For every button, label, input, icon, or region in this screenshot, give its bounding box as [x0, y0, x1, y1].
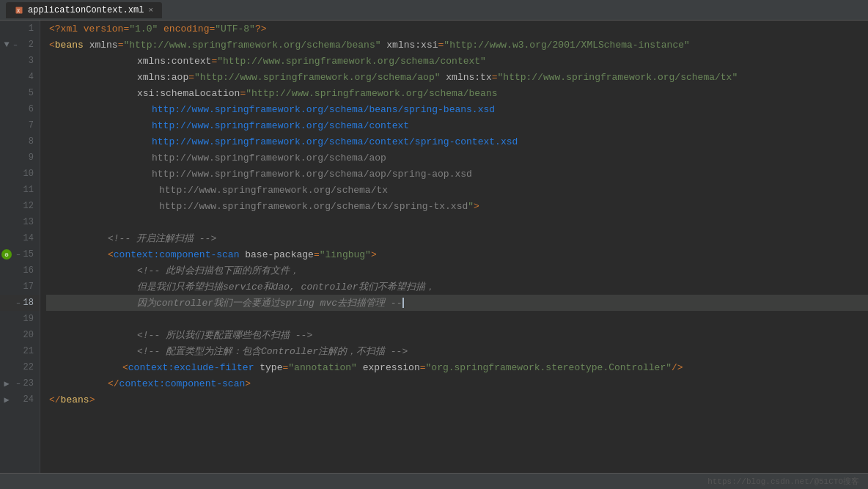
code-line-10: http://www.springframework.org/schema/ao…	[46, 166, 868, 182]
line-8: 8	[0, 133, 40, 150]
line-13: 13	[0, 214, 40, 230]
watermark-text: https://blog.csdn.net/@51CTO搜客	[707, 476, 859, 487]
line-6: 6	[0, 101, 40, 117]
line-14: 14	[0, 230, 40, 246]
line-10: 10	[0, 166, 40, 182]
line-gutter: 1 ▼ – 2 3 4 5 6 7 8	[0, 21, 40, 473]
line-24: ▶ 24	[0, 391, 40, 408]
code-line-24: </beans>	[46, 391, 868, 408]
code-line-14: <!-- 开启注解扫描 -->	[46, 230, 868, 246]
code-line-22: <context:exclude-filter type="annotation…	[46, 359, 868, 375]
tab-filename: applicationContext.xml	[28, 5, 144, 15]
line-5: 5	[0, 85, 40, 101]
fold-dash-2: –	[13, 41, 18, 49]
fold-dash-23: –	[13, 378, 23, 389]
code-line-18: 因为controller我们一会要通过spring mvc去扫描管理 --	[46, 295, 868, 311]
code-line-13	[46, 214, 868, 230]
fold-dash-18: –	[13, 298, 23, 308]
code-line-4: xmlns:aop="http://www.springframework.or…	[46, 69, 868, 85]
code-line-7: http://www.springframework.org/schema/co…	[46, 117, 868, 133]
code-line-1: <?xml version="1.0" encoding="UTF-8"?>	[46, 21, 868, 37]
fold-icon-24[interactable]: ▶	[1, 394, 12, 405]
line-7: 7	[0, 117, 40, 133]
gear-badge-15: ⚙	[1, 249, 12, 260]
line-3: 3	[0, 53, 40, 69]
line-9: 9	[0, 150, 40, 166]
fold-icon-2[interactable]: ▼	[1, 40, 12, 50]
line-19: 19	[0, 311, 40, 327]
editor-body: 1 ▼ – 2 3 4 5 6 7 8	[0, 21, 868, 473]
fold-dash-15: –	[13, 249, 23, 260]
active-tab[interactable]: X applicationContext.xml ×	[6, 2, 162, 18]
cursor	[402, 298, 404, 308]
line-2: ▼ – 2	[0, 37, 40, 53]
svg-text:X: X	[17, 8, 20, 14]
gear-icon-15: ⚙	[1, 249, 12, 260]
line-11: 11	[0, 182, 40, 198]
code-line-23: </context:component-scan>	[46, 375, 868, 391]
code-line-5: xsi:schemaLocation="http://www.springfra…	[46, 85, 868, 101]
code-line-6: http://www.springframework.org/schema/be…	[46, 101, 868, 117]
fold-icon-23[interactable]: ▶	[1, 378, 12, 389]
code-line-3: xmlns:context="http://www.springframewor…	[46, 53, 868, 69]
code-line-11: http://www.springframework.org/schema/tx	[46, 182, 868, 198]
line-4: 4	[0, 69, 40, 85]
code-line-12: http://www.springframework.org/schema/tx…	[46, 198, 868, 214]
line-18: – 18	[0, 295, 40, 311]
code-line-21: <!-- 配置类型为注解：包含Controller注解的，不扫描 -->	[46, 343, 868, 359]
title-bar: X applicationContext.xml ×	[0, 0, 868, 21]
line-22: 22	[0, 359, 40, 375]
line-23: ▶ – 23	[0, 375, 40, 391]
tab-close-button[interactable]: ×	[148, 6, 153, 15]
code-line-20: <!-- 所以我们要配置哪些包不扫描 -->	[46, 327, 868, 343]
line-1: 1	[0, 21, 40, 37]
line-20: 20	[0, 327, 40, 343]
editor-window: X applicationContext.xml × 1 ▼ – 2 3	[0, 0, 868, 489]
code-line-9: http://www.springframework.org/schema/ao…	[46, 150, 868, 166]
status-bar: https://blog.csdn.net/@51CTO搜客	[0, 473, 868, 489]
code-line-16: <!-- 此时会扫描包下面的所有文件，	[46, 262, 868, 279]
code-line-19	[46, 311, 868, 327]
line-12: 12	[0, 198, 40, 214]
line-15: ⚙ – 15	[0, 246, 40, 262]
code-area[interactable]: <?xml version="1.0" encoding="UTF-8"?> <…	[40, 21, 868, 473]
code-line-8: http://www.springframework.org/schema/co…	[46, 133, 868, 150]
code-line-15: <context:component-scan base-package="li…	[46, 246, 868, 262]
line-numbers: 1 ▼ – 2 3 4 5 6 7 8	[0, 21, 40, 408]
code-content: <?xml version="1.0" encoding="UTF-8"?> <…	[40, 21, 868, 408]
line-21: 21	[0, 343, 40, 359]
code-line-17: 但是我们只希望扫描service和dao, controller我们不希望扫描，	[46, 279, 868, 295]
line-17: 17	[0, 279, 40, 295]
code-line-2: <beans xmlns="http://www.springframework…	[46, 37, 868, 53]
line-16: 16	[0, 262, 40, 279]
